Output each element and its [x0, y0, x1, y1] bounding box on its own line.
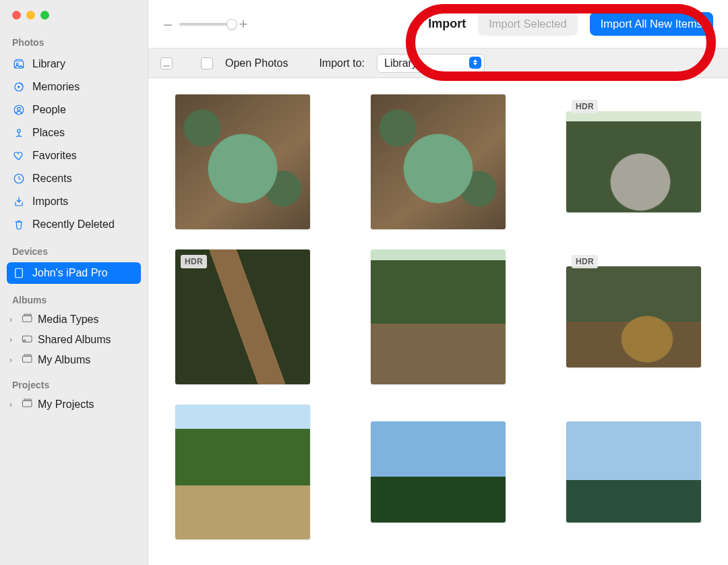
main-area: – + Import Import Selected Import All Ne…	[148, 0, 728, 565]
ipad-icon	[12, 266, 26, 280]
hdr-badge: HDR	[181, 255, 207, 268]
sidebar-item-label: Memories	[32, 81, 80, 93]
svg-rect-10	[23, 316, 32, 322]
sidebar-item-my-projects[interactable]: › My Projects	[7, 394, 141, 415]
sidebar-item-label: Recently Deleted	[32, 218, 115, 231]
svg-rect-1	[16, 59, 22, 61]
sidebar-item-recents[interactable]: Recents	[7, 168, 141, 189]
import-options-bar: Open Photos Import to: Library	[148, 49, 728, 78]
sidebar-item-label: John's iPad Pro	[32, 267, 108, 279]
zoom-out-button[interactable]: –	[163, 16, 173, 33]
sidebar-item-people[interactable]: People	[7, 99, 141, 121]
sidebar-item-label: Media Types	[38, 314, 98, 326]
photo-image	[371, 94, 506, 229]
sidebar: Photos Library Memories People Places Fa…	[0, 0, 148, 565]
updown-caret-icon	[469, 57, 481, 69]
places-icon	[12, 126, 26, 140]
svg-rect-14	[23, 356, 32, 362]
photo-thumbnail[interactable]: HDR	[175, 249, 310, 384]
svg-point-7	[18, 129, 21, 133]
photo-thumbnail[interactable]	[371, 94, 506, 229]
sidebar-item-label: Favorites	[32, 150, 77, 162]
sidebar-item-media-types[interactable]: › Media Types	[7, 309, 141, 330]
sidebar-item-label: Shared Albums	[38, 334, 111, 346]
thumbnail-grid: HDRHDRHDR	[175, 94, 701, 539]
photo-thumbnail[interactable]	[175, 94, 310, 229]
photos-app-window: Photos Library Memories People Places Fa…	[0, 0, 728, 565]
sidebar-item-recently-deleted[interactable]: Recently Deleted	[7, 214, 141, 235]
chevron-right-icon: ›	[9, 315, 16, 324]
close-window-button[interactable]	[12, 11, 21, 20]
shared-album-icon	[22, 334, 34, 346]
clock-icon	[12, 172, 26, 185]
svg-rect-11	[24, 314, 32, 316]
album-icon	[22, 314, 34, 326]
section-header-photos: Photos	[7, 33, 141, 52]
photo-thumbnail[interactable]: HDR	[566, 249, 701, 384]
svg-point-13	[24, 340, 26, 342]
chevron-right-icon: ›	[9, 355, 16, 365]
import-to-label: Import to:	[319, 57, 365, 69]
import-to-select[interactable]: Library	[377, 54, 485, 73]
sidebar-item-my-albums[interactable]: › My Albums	[7, 350, 141, 370]
sidebar-item-label: People	[32, 104, 66, 116]
minimize-window-button[interactable]	[26, 11, 35, 20]
sidebar-item-places[interactable]: Places	[7, 122, 141, 144]
svg-rect-9	[16, 268, 23, 278]
photo-image	[371, 249, 506, 384]
zoom-knob[interactable]	[226, 19, 237, 30]
sidebar-item-label: My Projects	[38, 398, 94, 411]
open-photos-checkbox[interactable]	[201, 57, 213, 69]
import-to-value: Library	[384, 57, 417, 69]
svg-rect-17	[24, 399, 32, 400]
photo-thumbnail[interactable]	[566, 405, 701, 539]
svg-rect-12	[23, 336, 32, 342]
photo-thumbnail[interactable]	[175, 405, 310, 539]
open-photos-label: Open Photos	[225, 57, 288, 69]
section-header-albums: Albums	[7, 291, 141, 309]
photo-image	[175, 249, 310, 384]
sidebar-item-label: My Albums	[38, 354, 90, 366]
window-controls	[7, 9, 141, 33]
library-icon	[12, 57, 26, 71]
select-all-checkbox[interactable]	[160, 57, 173, 69]
photo-thumbnail[interactable]	[371, 249, 506, 384]
import-all-button[interactable]: Import All New Items	[590, 12, 713, 36]
svg-rect-15	[24, 355, 32, 356]
photo-image	[371, 421, 506, 523]
photo-thumbnail[interactable]	[371, 405, 506, 539]
section-header-projects: Projects	[7, 376, 141, 394]
thumbnail-grid-scroll[interactable]: HDRHDRHDR	[148, 78, 728, 565]
svg-marker-4	[18, 86, 21, 89]
trash-icon	[12, 218, 26, 231]
photo-thumbnail[interactable]: HDR	[566, 94, 701, 229]
sidebar-item-label: Recents	[32, 173, 72, 185]
toolbar: – + Import Import Selected Import All Ne…	[148, 0, 728, 49]
page-title: Import	[428, 17, 466, 31]
sidebar-item-label: Places	[32, 127, 65, 139]
sidebar-item-label: Imports	[32, 196, 68, 208]
zoom-window-button[interactable]	[40, 11, 49, 20]
zoom-slider[interactable]: – +	[163, 16, 248, 33]
zoom-in-button[interactable]: +	[239, 16, 248, 33]
sidebar-item-memories[interactable]: Memories	[7, 76, 141, 98]
svg-point-6	[18, 107, 21, 111]
photo-image	[175, 94, 310, 229]
chevron-right-icon: ›	[9, 335, 16, 345]
import-icon	[12, 195, 26, 208]
sidebar-item-imports[interactable]: Imports	[7, 191, 141, 212]
heart-icon	[12, 149, 26, 162]
sidebar-item-label: Library	[32, 58, 65, 70]
photo-image	[175, 405, 310, 539]
photo-image	[566, 111, 701, 212]
import-selected-button[interactable]: Import Selected	[478, 12, 578, 36]
zoom-track[interactable]	[179, 23, 232, 26]
sidebar-item-favorites[interactable]: Favorites	[7, 145, 141, 167]
sidebar-item-library[interactable]: Library	[7, 53, 141, 75]
hdr-badge: HDR	[572, 255, 598, 268]
svg-rect-16	[23, 400, 32, 407]
photo-image	[566, 266, 701, 367]
sidebar-item-device[interactable]: John's iPad Pro	[7, 262, 141, 284]
memories-icon	[12, 80, 26, 94]
sidebar-item-shared-albums[interactable]: › Shared Albums	[7, 330, 141, 350]
